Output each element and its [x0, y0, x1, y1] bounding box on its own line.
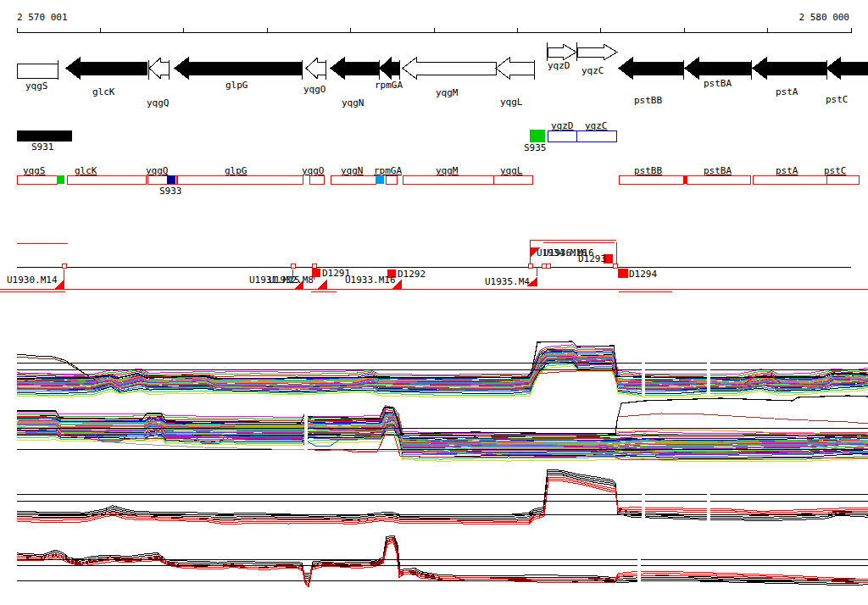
- gene-label-yqgL: yqgL: [500, 97, 523, 108]
- gene-arrow-yqgM[interactable]: [403, 58, 496, 79]
- gene-arrow-yqgL[interactable]: [496, 58, 534, 79]
- blue-box-label-yqzD[interactable]: yqzD: [551, 120, 574, 131]
- gene-label-pstC: pstC: [826, 94, 849, 105]
- gene-arrow-yqzC[interactable]: [577, 44, 617, 60]
- segment-label-S935: S935: [524, 142, 547, 153]
- operon-box-yqgN[interactable]: [331, 175, 376, 184]
- expression-trace: [17, 469, 868, 515]
- gene-arrow-glcK[interactable]: [66, 58, 147, 79]
- gene-label-glpG: glpG: [225, 80, 248, 91]
- operon-box-yqgS[interactable]: [17, 175, 57, 184]
- gene-arrow-pstBB[interactable]: [619, 58, 683, 79]
- expression-trace: [17, 474, 868, 519]
- tu-label-U1935.M4: U1935.M4: [485, 276, 530, 287]
- operon-box-yqgM[interactable]: [403, 175, 493, 184]
- segment-S931[interactable]: [17, 130, 72, 142]
- tu-hook-marker[interactable]: [528, 264, 532, 268]
- operon-box-rpmGA[interactable]: [386, 175, 397, 184]
- gene-arrow-yqgN[interactable]: [331, 58, 378, 79]
- operon-box-pstBB[interactable]: [619, 175, 683, 184]
- expression-trace-outlier: [617, 414, 868, 424]
- blue-box-yqzD[interactable]: [548, 130, 576, 142]
- missing-data-gap: [707, 469, 710, 525]
- expression-panel-1: [17, 341, 868, 397]
- blue-box-label-yqzC[interactable]: yqzC: [585, 120, 608, 131]
- divider-red[interactable]: [683, 175, 687, 184]
- gene-label-yqgO: yqgO: [303, 84, 326, 95]
- genome-browser-view: 2 570 001 2 580 000 yqgSglcKyqgQglpGyqgO…: [0, 0, 868, 605]
- genome-browser-canvas: 2 570 001 2 580 000 yqgSglcKyqgQglpGyqgO…: [0, 0, 868, 605]
- coordinate-ruler: [17, 28, 851, 33]
- operon-box-pstBA[interactable]: [687, 175, 750, 184]
- operon-box-pstA[interactable]: [753, 175, 826, 184]
- operon-label-pstBB[interactable]: pstBB: [634, 165, 662, 176]
- gene-arrow-yqzD[interactable]: [548, 44, 576, 60]
- segment-green[interactable]: [57, 175, 64, 184]
- operon-box-yqgO[interactable]: [309, 175, 324, 184]
- segment-S935[interactable]: [530, 130, 545, 142]
- missing-data-gap: [642, 356, 645, 396]
- expression-trace: [17, 347, 868, 377]
- gene-arrow-pstA[interactable]: [753, 58, 826, 79]
- segment-track: S931S935yqzDyqzC: [17, 120, 616, 153]
- gene-label-yqzD: yqzD: [548, 60, 570, 71]
- operon-box-glcK[interactable]: [67, 175, 146, 184]
- operon-label-pstA[interactable]: pstA: [776, 165, 798, 176]
- tu-hook-marker[interactable]: [542, 264, 546, 268]
- tu-label-U1932.M8: U1932.M8: [269, 275, 314, 286]
- ruler-end-coordinate: 2 580 000: [798, 12, 849, 23]
- tu-label-U1930.M14: U1930.M14: [7, 275, 58, 286]
- gene-arrow-glpG[interactable]: [175, 58, 301, 79]
- gene-label-yqzC: yqzC: [581, 65, 604, 76]
- operon-label-pstBA[interactable]: pstBA: [704, 165, 732, 176]
- operon-label-yqgO[interactable]: yqgO: [302, 165, 325, 176]
- operon-track: yqgSglcKyqgQglpGyqgOyqgNrpmGAyqgMyqgLpst…: [17, 165, 859, 197]
- operon-label-yqgM[interactable]: yqgM: [436, 165, 459, 176]
- expression-trace: [17, 345, 868, 375]
- operon-label-glcK[interactable]: glcK: [75, 165, 97, 176]
- gene-arrow-yqgQ[interactable]: [149, 58, 169, 79]
- missing-data-gap: [642, 469, 645, 525]
- expression-panel-3: [17, 469, 868, 525]
- blue-box-yqzC[interactable]: [576, 130, 616, 142]
- tu-label-U1933.M16: U1933.M16: [345, 275, 396, 286]
- operon-label-yqgL[interactable]: yqgL: [500, 165, 523, 176]
- operon-box-pstC[interactable]: [826, 175, 859, 184]
- gene-label-pstA: pstA: [776, 86, 798, 97]
- missing-data-gap: [637, 549, 641, 591]
- tu-label-D1292: D1292: [398, 269, 426, 280]
- tu-hook-marker[interactable]: [62, 264, 66, 268]
- tu-hook-marker[interactable]: [546, 264, 550, 268]
- tu-terminator-D1294[interactable]: [618, 269, 628, 278]
- expression-trace-outlier: [532, 370, 616, 383]
- expression-trace: [17, 471, 868, 517]
- missing-data-gap: [707, 356, 710, 396]
- gene-arrow-yqgS[interactable]: [17, 64, 58, 78]
- operon-label-rpmGA[interactable]: rpmGA: [374, 165, 402, 176]
- gene-label-yqgN: yqgN: [342, 97, 364, 108]
- tu-flag-U1932.M8[interactable]: [317, 280, 327, 289]
- operon-label-glpG[interactable]: glpG: [225, 165, 248, 176]
- tu-label-D1293: D1293: [578, 253, 606, 264]
- gene-arrow-pstBA[interactable]: [685, 58, 751, 79]
- gene-label-yqgM: yqgM: [436, 87, 459, 98]
- segment-cyan[interactable]: [376, 175, 384, 184]
- gene-arrow-yqgO[interactable]: [306, 58, 326, 79]
- operon-label-yqgN[interactable]: yqgN: [341, 165, 364, 176]
- segment-S933[interactable]: [167, 175, 175, 184]
- tu-hook-marker[interactable]: [613, 264, 617, 268]
- gene-track: yqgSglcKyqgQglpGyqgOyqgNrpmGAyqgMyqgLyqz…: [17, 42, 868, 108]
- gene-arrow-rpmGA[interactable]: [380, 58, 398, 79]
- segment-label-S933: S933: [159, 186, 182, 197]
- tu-hook-marker[interactable]: [291, 264, 295, 268]
- operon-box-yqgL[interactable]: [493, 175, 532, 184]
- gene-label-yqgQ: yqgQ: [147, 97, 170, 108]
- operon-label-yqgQ[interactable]: yqgQ: [146, 165, 169, 176]
- operon-label-pstC[interactable]: pstC: [824, 165, 847, 176]
- segment-label-S931: S931: [31, 142, 54, 153]
- gene-label-pstBB: pstBB: [634, 95, 662, 106]
- gene-arrow-pstC[interactable]: [826, 58, 868, 79]
- operon-label-yqgS[interactable]: yqgS: [23, 165, 46, 176]
- operon-box-glpG[interactable]: [177, 175, 303, 184]
- tu-hook-marker[interactable]: [312, 264, 316, 268]
